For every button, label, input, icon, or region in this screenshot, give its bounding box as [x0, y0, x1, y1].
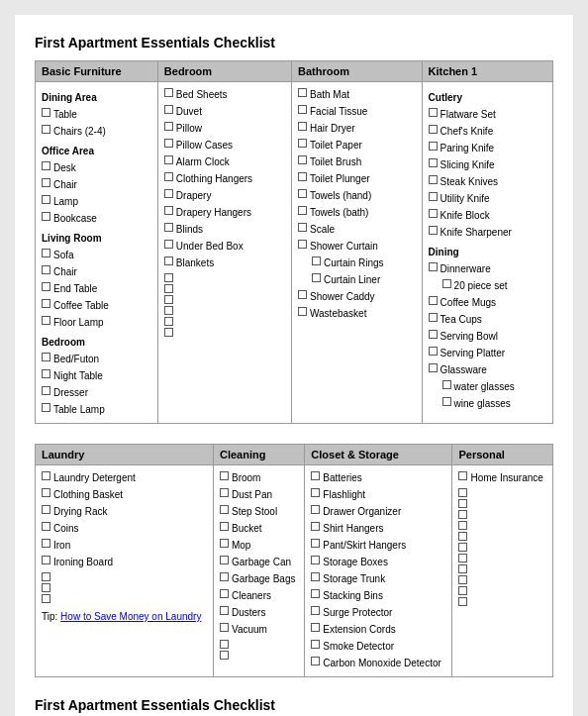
checkbox[interactable]: [429, 262, 438, 271]
checkbox[interactable]: [298, 88, 307, 97]
checkbox[interactable]: [298, 206, 307, 215]
checkbox[interactable]: [42, 369, 50, 378]
checkbox[interactable]: [311, 556, 320, 564]
list-item[interactable]: [458, 553, 546, 563]
list-item[interactable]: Ironing Board: [42, 555, 207, 570]
checkbox[interactable]: [220, 572, 229, 581]
list-item[interactable]: [458, 520, 546, 530]
checkbox[interactable]: [312, 273, 321, 282]
checkbox[interactable]: [442, 380, 451, 389]
checkbox[interactable]: [458, 471, 467, 480]
checkbox[interactable]: [220, 488, 229, 497]
list-item[interactable]: [220, 639, 298, 649]
list-item[interactable]: Drapery Hangers: [164, 205, 285, 221]
checkbox[interactable]: [220, 651, 229, 660]
checkbox[interactable]: [429, 175, 438, 184]
checkbox[interactable]: [164, 139, 173, 148]
checkbox[interactable]: [164, 172, 173, 181]
list-item[interactable]: [164, 327, 285, 337]
list-item[interactable]: Hair Dryer: [298, 121, 416, 137]
checkbox[interactable]: [42, 353, 50, 361]
list-item[interactable]: Stacking Bins: [311, 588, 445, 604]
checkbox[interactable]: [164, 284, 173, 293]
list-item[interactable]: 20 piece set: [429, 278, 546, 294]
checkbox[interactable]: [458, 521, 467, 530]
list-item[interactable]: Coins: [42, 521, 207, 537]
checkbox[interactable]: [311, 488, 320, 497]
list-item[interactable]: [458, 487, 546, 497]
checkbox[interactable]: [42, 282, 50, 291]
list-item[interactable]: Table Lamp: [42, 402, 151, 418]
checkbox[interactable]: [42, 195, 50, 204]
list-item[interactable]: [458, 585, 546, 595]
checkbox[interactable]: [429, 313, 438, 322]
checkbox[interactable]: [164, 273, 173, 282]
checkbox[interactable]: [429, 296, 438, 305]
list-item[interactable]: Pillow Cases: [164, 138, 285, 153]
checkbox[interactable]: [164, 256, 173, 265]
list-item[interactable]: Step Stool: [220, 504, 298, 520]
checkbox[interactable]: [220, 471, 229, 480]
list-item[interactable]: Knife Block: [429, 208, 546, 224]
checkbox[interactable]: [458, 554, 467, 563]
list-item[interactable]: [458, 531, 546, 541]
checkbox[interactable]: [42, 178, 50, 187]
checkbox[interactable]: [298, 189, 307, 198]
checkbox[interactable]: [42, 403, 50, 412]
checkbox[interactable]: [311, 657, 320, 665]
list-item[interactable]: Clothing Hangers: [164, 171, 285, 187]
checkbox[interactable]: [298, 122, 307, 131]
checkbox[interactable]: [458, 543, 467, 552]
list-item[interactable]: Floor Lamp: [42, 315, 151, 331]
checkbox[interactable]: [429, 125, 438, 134]
checkbox[interactable]: [42, 583, 50, 592]
list-item[interactable]: Chair: [42, 264, 151, 280]
list-item[interactable]: Desk: [42, 160, 151, 176]
list-item[interactable]: Carbon Monoxide Detector: [311, 656, 445, 671]
checkbox[interactable]: [164, 155, 173, 164]
checkbox[interactable]: [42, 249, 50, 257]
list-item[interactable]: Iron: [42, 538, 207, 554]
list-item[interactable]: Surge Protector: [311, 605, 445, 621]
list-item[interactable]: Bucket: [220, 521, 298, 537]
checkbox[interactable]: [429, 108, 438, 117]
list-item[interactable]: Toilet Plunger: [298, 171, 416, 187]
checkbox[interactable]: [42, 108, 50, 117]
checkbox[interactable]: [458, 488, 467, 497]
checkbox[interactable]: [164, 206, 173, 215]
list-item[interactable]: Broom: [220, 470, 298, 486]
list-item[interactable]: wine glasses: [429, 396, 546, 412]
list-item[interactable]: Under Bed Box: [164, 239, 285, 255]
checkbox[interactable]: [220, 589, 229, 598]
checkbox[interactable]: [220, 640, 229, 649]
list-item[interactable]: Pillow: [164, 121, 285, 137]
checkbox[interactable]: [298, 223, 307, 232]
list-item[interactable]: Shower Curtain: [298, 239, 416, 255]
list-item[interactable]: Bath Mat: [298, 87, 416, 103]
checkbox[interactable]: [429, 330, 438, 339]
list-item[interactable]: [458, 596, 546, 606]
list-item[interactable]: Utility Knife: [429, 191, 546, 207]
list-item[interactable]: Wastebasket: [298, 306, 416, 322]
checkbox[interactable]: [42, 316, 50, 325]
checkbox[interactable]: [458, 597, 467, 606]
list-item[interactable]: Chef's Knife: [429, 124, 546, 140]
checkbox[interactable]: [298, 240, 307, 249]
list-item[interactable]: Toilet Paper: [298, 138, 416, 153]
list-item[interactable]: Facial Tissue: [298, 104, 416, 120]
list-item[interactable]: Blankets: [164, 256, 285, 271]
checkbox[interactable]: [220, 505, 229, 514]
checkbox[interactable]: [311, 640, 320, 649]
checkbox[interactable]: [42, 488, 50, 497]
checkbox[interactable]: [42, 265, 50, 274]
list-item[interactable]: Garbage Bags: [220, 571, 298, 587]
list-item[interactable]: Storage Boxes: [311, 555, 445, 570]
list-item[interactable]: Smoke Detector: [311, 639, 445, 655]
checkbox[interactable]: [311, 589, 320, 598]
checkbox[interactable]: [311, 505, 320, 514]
list-item[interactable]: Table: [42, 107, 151, 123]
checkbox[interactable]: [429, 209, 438, 218]
list-item[interactable]: Lamp: [42, 194, 151, 210]
list-item[interactable]: Curtain Liner: [298, 272, 416, 288]
checkbox[interactable]: [298, 290, 307, 299]
